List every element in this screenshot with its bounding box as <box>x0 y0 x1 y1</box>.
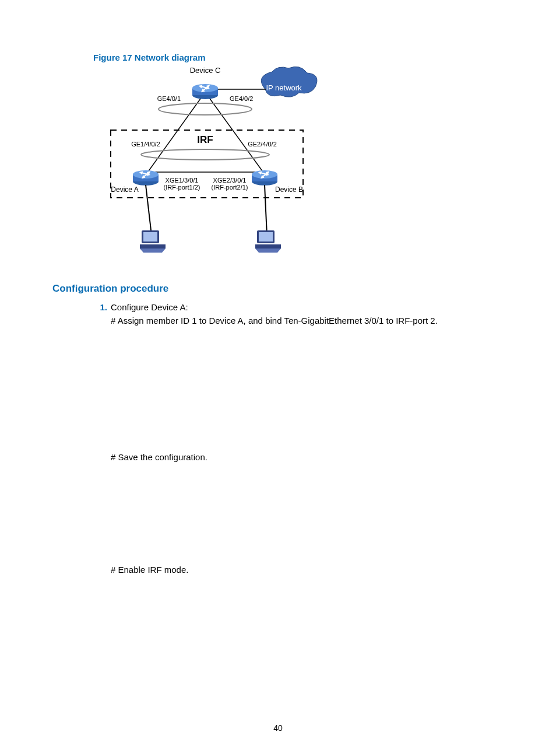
svg-point-6 <box>159 103 252 115</box>
svg-rect-19 <box>140 244 166 249</box>
network-diagram: IP network Device C GE4/0/1 GE4/0/2 <box>93 66 504 264</box>
ipnetwork-cloud-icon <box>261 66 317 97</box>
port-ge401-label: GE4/0/1 <box>157 95 181 102</box>
port-xge1301-label: XGE1/3/0/1 <box>166 177 199 184</box>
router-icon <box>252 170 277 186</box>
figure-title: Figure 17 Network diagram <box>93 52 504 62</box>
svg-rect-22 <box>259 232 273 242</box>
router-icon <box>192 83 218 99</box>
device-c-label: Device C <box>190 66 221 75</box>
svg-line-15 <box>146 185 152 235</box>
step-number: 1. <box>93 302 107 312</box>
page-number: 40 <box>0 723 556 733</box>
ipnetwork-label: IP network <box>266 83 302 92</box>
step-head: Configure Device A: <box>111 300 188 314</box>
svg-line-16 <box>265 185 267 235</box>
irf-label: IRF <box>197 134 213 145</box>
port-irfport21-label: (IRF-port2/1) <box>212 184 248 191</box>
computer-icon <box>140 230 166 253</box>
computer-icon <box>255 230 281 253</box>
step-sub-text: # Assign member ID 1 to Device A, and bi… <box>111 314 504 327</box>
port-xge2301-label: XGE2/3/0/1 <box>213 177 247 184</box>
port-ge2402-label: GE2/4/0/2 <box>248 141 277 148</box>
step-sub-text: # Enable IRF mode. <box>111 563 504 576</box>
device-a-label: Device A <box>111 186 138 194</box>
port-ge1402-label: GE1/4/0/2 <box>131 141 160 148</box>
device-b-label: Device B <box>275 186 303 194</box>
router-icon <box>133 170 159 186</box>
step-sub-text: # Save the configuration. <box>111 450 504 464</box>
svg-rect-23 <box>255 244 281 249</box>
section-title: Configuration procedure <box>52 283 504 295</box>
svg-rect-18 <box>143 232 157 242</box>
port-ge402-label: GE4/0/2 <box>230 95 253 102</box>
svg-marker-20 <box>140 249 166 253</box>
svg-marker-24 <box>255 249 281 253</box>
port-irfport12-label: (IRF-port1/2) <box>164 184 200 191</box>
